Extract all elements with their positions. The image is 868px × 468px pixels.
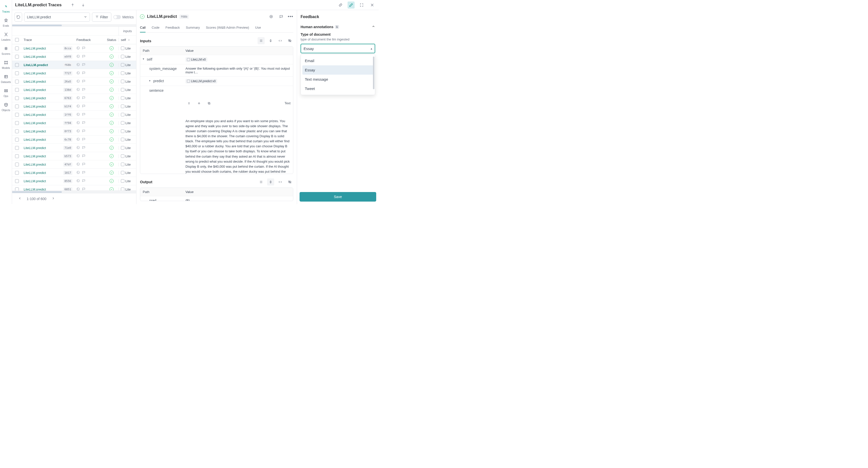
trace-link[interactable]: LiteLLM.predict <box>24 104 46 108</box>
trace-link[interactable]: LiteLLM.predict <box>24 96 46 100</box>
feedback-scorer-icon[interactable] <box>76 80 80 84</box>
tab-feedback[interactable]: Feedback <box>165 23 180 32</box>
feedback-comment-icon[interactable] <box>82 88 86 92</box>
table-row[interactable]: LiteLLM.predictff94✓Lite <box>12 119 136 127</box>
trace-link[interactable]: LiteLLM.predict <box>24 71 46 75</box>
filter-button[interactable]: Filter <box>92 12 111 22</box>
edit-icon[interactable] <box>347 1 354 8</box>
table-row[interactable]: LiteLLM.predictf68b✓Lite <box>12 61 136 69</box>
copy-value-icon[interactable] <box>206 100 213 107</box>
feedback-comment-icon[interactable] <box>82 113 86 117</box>
prev-page-button[interactable] <box>17 195 23 202</box>
feedback-scorer-icon[interactable] <box>76 55 80 59</box>
table-row[interactable]: LiteLLM.predictb573✓Lite <box>12 152 136 160</box>
table-row[interactable]: LiteLLM.predict71e0✓Lite <box>12 144 136 152</box>
tab-code[interactable]: Code <box>152 23 159 32</box>
table-row[interactable]: LiteLLM.predict7727✓Lite <box>12 69 136 77</box>
feedback-comment-icon[interactable] <box>82 179 86 183</box>
trace-link[interactable]: LiteLLM.predict <box>24 146 46 150</box>
doc-type-combobox[interactable]: Essay ▴ EmailEssayText messageTweet <box>301 44 375 53</box>
row-checkbox[interactable] <box>15 71 19 75</box>
trace-link[interactable]: LiteLLM.predict <box>24 163 46 166</box>
table-row[interactable]: LiteLLM.predict26a5✓Lite <box>12 77 136 86</box>
row-checkbox[interactable] <box>15 46 19 50</box>
table-row[interactable]: LiteLLM.predicte9f0✓Lite <box>12 53 136 61</box>
dropdown-option[interactable]: Email <box>302 56 373 65</box>
toggle-switch[interactable] <box>113 15 121 19</box>
feedback-scorer-icon[interactable] <box>76 63 80 67</box>
feedback-comment-icon[interactable] <box>82 137 86 142</box>
code-view-icon[interactable] <box>277 179 284 186</box>
trace-link[interactable]: LiteLLM.predict <box>24 179 46 183</box>
sidebar-item-objects[interactable]: Objects <box>0 100 12 115</box>
feedback-scorer-icon[interactable] <box>76 96 80 100</box>
feedback-scorer-icon[interactable] <box>76 154 80 158</box>
expand-value-icon[interactable] <box>185 100 192 107</box>
feedback-scorer-icon[interactable] <box>76 46 80 51</box>
list-view-icon[interactable] <box>257 179 265 186</box>
table-row[interactable]: LiteLLM.predict8cca✓Lite <box>12 44 136 53</box>
more-menu-button[interactable]: ••• <box>288 14 293 19</box>
feedback-comment-icon[interactable] <box>82 96 86 100</box>
feedback-comment-icon[interactable] <box>82 171 86 175</box>
tab-summary[interactable]: Summary <box>186 23 200 32</box>
row-checkbox[interactable] <box>15 121 19 125</box>
table-row[interactable]: LiteLLM.predict138d✓Lite <box>12 86 136 94</box>
row-checkbox[interactable] <box>15 179 19 183</box>
select-all-checkbox[interactable] <box>15 38 19 42</box>
sidebar-item-ops[interactable]: Ops <box>0 87 12 100</box>
sidebar-item-evals[interactable]: Evals <box>0 16 12 30</box>
table-row[interactable]: LiteLLM.predict1817✓Lite <box>12 169 136 177</box>
row-checkbox[interactable] <box>15 55 19 59</box>
nav-up-button[interactable] <box>69 1 76 8</box>
trace-link[interactable]: LiteLLM.predict <box>24 121 46 125</box>
sidebar-item-models[interactable]: Models <box>0 58 12 72</box>
col-feedback[interactable]: Feedback <box>74 38 104 42</box>
dropdown-scrollbar[interactable] <box>373 57 374 89</box>
trace-link[interactable]: LiteLLM.predict <box>24 171 46 175</box>
feedback-comment-icon[interactable] <box>82 187 86 191</box>
feedback-scorer-icon[interactable] <box>76 104 80 108</box>
row-checkbox[interactable] <box>15 88 19 92</box>
row-checkbox[interactable] <box>15 163 19 166</box>
row-checkbox[interactable] <box>15 113 19 117</box>
table-row[interactable]: LiteLLM.predict1ff6✓Lite <box>12 111 136 119</box>
dropdown-option[interactable]: Tweet <box>302 84 373 93</box>
table-row[interactable]: LiteLLM.predict0f73✓Lite <box>12 127 136 135</box>
feedback-comment-icon[interactable] <box>82 71 86 75</box>
feedback-scorer-icon[interactable] <box>76 179 80 183</box>
trace-link[interactable]: LiteLLM.predict <box>24 55 46 59</box>
feedback-scorer-icon[interactable] <box>76 129 80 133</box>
tab-scores-w-b-admin-preview-[interactable]: Scores (W&B Admin Preview) <box>206 23 249 32</box>
code-view-icon[interactable] <box>277 37 284 44</box>
feedback-comment-icon[interactable] <box>82 55 86 59</box>
col-self[interactable]: self <box>119 38 136 42</box>
feedback-comment-icon[interactable] <box>82 162 86 167</box>
row-checkbox[interactable] <box>15 171 19 175</box>
comment-icon[interactable] <box>278 13 285 20</box>
col-trace[interactable]: Trace <box>22 38 74 42</box>
row-checkbox[interactable] <box>15 96 19 100</box>
trace-link[interactable]: LiteLLM.predict <box>24 138 46 142</box>
trace-select[interactable]: LiteLLM.predict <box>24 12 90 22</box>
row-checkbox[interactable] <box>15 146 19 150</box>
sidebar-item-leaders[interactable]: Leaders <box>0 30 12 44</box>
tab-use[interactable]: Use <box>255 23 261 32</box>
feedback-comment-icon[interactable] <box>82 63 86 67</box>
save-button[interactable]: Save <box>300 192 376 201</box>
next-page-button[interactable] <box>51 195 56 202</box>
sidebar-item-traces[interactable]: Traces <box>0 2 12 16</box>
dropdown-option[interactable]: Text message <box>302 75 373 84</box>
metrics-toggle[interactable]: Metrics <box>113 15 134 19</box>
hide-icon[interactable] <box>286 37 293 44</box>
link-icon[interactable] <box>337 1 344 8</box>
table-row[interactable]: LiteLLM.predict8556✓Lite <box>12 177 136 185</box>
row-checkbox[interactable] <box>15 187 19 191</box>
collapse-icon[interactable] <box>372 25 375 29</box>
feedback-comment-icon[interactable] <box>82 129 86 133</box>
table-row[interactable]: LiteLLM.predict6851✓Lite <box>12 185 136 190</box>
feedback-scorer-icon[interactable] <box>76 162 80 167</box>
dropdown-option[interactable]: Essay <box>302 65 373 75</box>
trace-link[interactable]: LiteLLM.predict <box>24 46 46 50</box>
trace-link[interactable]: LiteLLM.predict <box>24 88 46 92</box>
